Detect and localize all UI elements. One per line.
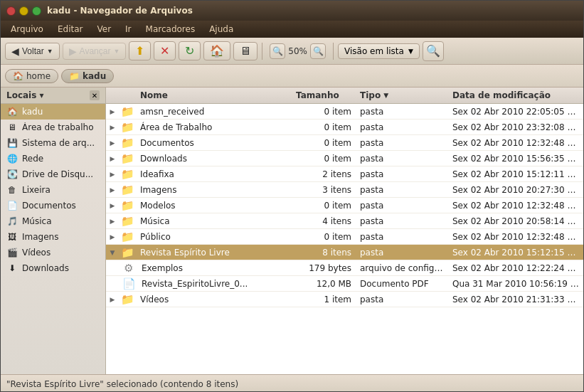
file-type: pasta bbox=[356, 184, 448, 196]
sidebar-item-lixeira[interactable]: 🗑Lixeira bbox=[1, 182, 105, 198]
row-expander[interactable]: ▶ bbox=[106, 186, 119, 194]
menu-item-marcadores[interactable]: Marcadores bbox=[140, 23, 201, 36]
search-icon: 🔍 bbox=[426, 44, 440, 58]
file-type: pasta bbox=[356, 168, 448, 181]
file-name: Downloads bbox=[136, 152, 292, 165]
file-icon-cell: 📁 bbox=[119, 293, 136, 306]
zoom-out-button[interactable]: 🔍 bbox=[270, 43, 285, 59]
view-selector[interactable]: Visão em lista ▼ bbox=[338, 43, 420, 59]
filelist: Nome Tamanho Tipo ▼ Data de modificação … bbox=[106, 88, 583, 374]
table-row[interactable]: ▶📁Documentos0 itempastaSex 02 Abr 2010 1… bbox=[106, 135, 583, 151]
menu-item-ajuda[interactable]: Ajuda bbox=[203, 23, 239, 36]
row-expander[interactable]: ▼ bbox=[106, 249, 119, 256]
file-icon-cell: 📁 bbox=[119, 105, 136, 118]
zoom-in-icon: 🔍 bbox=[313, 46, 324, 56]
row-expander[interactable]: ▶ bbox=[106, 155, 119, 162]
table-row[interactable]: ⚙Exemplos179 bytesarquivo de configuraSe… bbox=[106, 260, 583, 276]
header-date[interactable]: Data de modificação bbox=[448, 88, 583, 103]
forward-icon: ▶ bbox=[69, 46, 77, 57]
table-row[interactable]: ▶📁Área de Trabalho0 itempastaSex 02 Abr … bbox=[106, 120, 583, 135]
row-expander[interactable]: ▶ bbox=[106, 202, 119, 209]
sidebar-item-label: Lixeira bbox=[22, 185, 51, 195]
sidebar-item-label: Imagens bbox=[22, 232, 58, 242]
file-size: 0 item bbox=[292, 121, 356, 134]
titlebar: kadu - Navegador de Arquivos bbox=[1, 1, 583, 21]
menu-item-editar[interactable]: Editar bbox=[52, 23, 89, 36]
forward-button[interactable]: ▶ Avançar ▼ bbox=[63, 43, 127, 60]
menu-item-ver[interactable]: Ver bbox=[91, 23, 117, 36]
back-dropdown-icon[interactable]: ▼ bbox=[47, 48, 53, 55]
sidebar-item-sistema-de-arq...[interactable]: 💾Sistema de arq... bbox=[1, 135, 105, 151]
sidebar-item-música[interactable]: 🎵Música bbox=[1, 213, 105, 229]
table-row[interactable]: ▶📁Música4 itenspastaSex 02 Abr 2010 20:5… bbox=[106, 213, 583, 229]
table-row[interactable]: ▶📁amsn_received0 itempastaSex 02 Abr 201… bbox=[106, 104, 583, 120]
back-button[interactable]: ◀ Voltar ▼ bbox=[5, 43, 60, 60]
sidebar-item-label: Área de trabalho bbox=[22, 122, 94, 132]
up-button[interactable]: ⬆ bbox=[129, 41, 151, 60]
sidebar-header-label[interactable]: Locais ▾ bbox=[6, 90, 44, 100]
breadcrumb-kadu-label: kadu bbox=[83, 71, 106, 81]
minimize-button[interactable] bbox=[19, 6, 28, 16]
computer-button[interactable]: 🖥 bbox=[233, 42, 258, 60]
sidebar-item-rede[interactable]: 🌐Rede bbox=[1, 151, 105, 166]
table-row[interactable]: ▶📁Downloads0 itempastaSex 02 Abr 2010 15… bbox=[106, 151, 583, 166]
sidebar-item-vídeos[interactable]: 🎬Vídeos bbox=[1, 245, 105, 260]
file-type: pasta bbox=[356, 121, 448, 134]
table-row[interactable]: ▶📁Público0 itempastaSex 02 Abr 2010 12:3… bbox=[106, 229, 583, 245]
sidebar-close-button[interactable]: ✕ bbox=[90, 90, 100, 100]
header-name[interactable]: Nome bbox=[136, 88, 292, 103]
header-size[interactable]: Tamanho bbox=[292, 88, 356, 103]
sidebar-item-imagens[interactable]: 🖼Imagens bbox=[1, 229, 105, 245]
table-row[interactable]: ▶📁Vídeos1 itempastaSex 02 Abr 2010 21:31… bbox=[106, 292, 583, 307]
sidebar-item-label: Drive de Disqu... bbox=[22, 169, 93, 179]
row-expander[interactable]: ▶ bbox=[106, 139, 119, 147]
stop-icon: ✕ bbox=[160, 44, 169, 58]
search-button[interactable]: 🔍 bbox=[423, 41, 444, 61]
file-date: Sex 02 Abr 2010 12:22:24 BRT bbox=[448, 262, 583, 275]
row-expander[interactable]: ▶ bbox=[106, 171, 119, 178]
refresh-button[interactable]: ↻ bbox=[179, 41, 201, 60]
sidebar-item-drive-de-disqu...[interactable]: 💽Drive de Disqu... bbox=[1, 166, 105, 182]
breadcrumb-home[interactable]: 🏠 home bbox=[5, 69, 58, 83]
sidebar-item-documentos[interactable]: 📄Documentos bbox=[1, 198, 105, 213]
forward-dropdown-icon[interactable]: ▼ bbox=[113, 48, 120, 55]
breadcrumb-kadu[interactable]: 📁 kadu bbox=[61, 69, 114, 83]
sidebar-item-área-de-trabalho[interactable]: 🖥Área de trabalho bbox=[1, 120, 105, 135]
sidebar-item-downloads[interactable]: ⬇Downloads bbox=[1, 260, 105, 276]
row-expander[interactable]: ▶ bbox=[106, 108, 119, 115]
sidebar-item-kadu[interactable]: 🏠kadu bbox=[1, 104, 105, 120]
file-size: 0 item bbox=[292, 105, 356, 118]
row-expander[interactable]: ▶ bbox=[106, 296, 119, 303]
home-button[interactable]: 🏠 bbox=[203, 41, 230, 60]
file-date: Sex 02 Abr 2010 15:12:15 BRT bbox=[448, 246, 583, 259]
sidebar-item-icon: 📄 bbox=[6, 200, 18, 211]
file-date: Sex 02 Abr 2010 15:56:35 BRT bbox=[448, 152, 583, 165]
sidebar-item-icon: ⬇ bbox=[6, 263, 18, 274]
stop-button[interactable]: ✕ bbox=[154, 41, 176, 60]
menu-item-ir[interactable]: Ir bbox=[120, 23, 137, 36]
main-content: Locais ▾ ✕ 🏠kadu🖥Área de trabalho💾Sistem… bbox=[1, 88, 583, 374]
file-name: Imagens bbox=[136, 184, 292, 196]
row-expander[interactable]: ▶ bbox=[106, 233, 119, 240]
type-sort-arrow: ▼ bbox=[383, 92, 388, 99]
maximize-button[interactable] bbox=[32, 6, 41, 16]
table-row[interactable]: ▶📁Imagens3 itenspastaSex 02 Abr 2010 20:… bbox=[106, 182, 583, 198]
sidebar-item-label: kadu bbox=[22, 107, 43, 117]
table-row[interactable]: ▼📁Revista Espírito Livre8 itenspastaSex … bbox=[106, 245, 583, 260]
file-icon-cell: 📁 bbox=[119, 184, 136, 196]
filelist-header: Nome Tamanho Tipo ▼ Data de modificação bbox=[106, 88, 583, 104]
menu-item-arquivo[interactable]: Arquivo bbox=[5, 23, 49, 36]
file-size: 0 item bbox=[292, 137, 356, 149]
file-type: pasta bbox=[356, 215, 448, 228]
close-button[interactable] bbox=[6, 6, 16, 16]
sidebar-items-container: 🏠kadu🖥Área de trabalho💾Sistema de arq...… bbox=[1, 104, 105, 276]
table-row[interactable]: 📄Revista_EspiritoLivre_0...12,0 MBDocume… bbox=[106, 276, 583, 292]
zoom-in-button[interactable]: 🔍 bbox=[310, 43, 326, 59]
table-row[interactable]: ▶📁Modelos0 itempastaSex 02 Abr 2010 12:3… bbox=[106, 198, 583, 213]
file-icon-cell: 📁 bbox=[119, 231, 136, 243]
row-expander[interactable]: ▶ bbox=[106, 218, 119, 225]
header-type[interactable]: Tipo ▼ bbox=[356, 88, 448, 103]
table-row[interactable]: ▶📁Ideafixa2 itenspastaSex 02 Abr 2010 15… bbox=[106, 166, 583, 182]
menubar: ArquivoEditarVerIrMarcadoresAjuda bbox=[1, 21, 583, 38]
row-expander[interactable]: ▶ bbox=[106, 124, 119, 131]
